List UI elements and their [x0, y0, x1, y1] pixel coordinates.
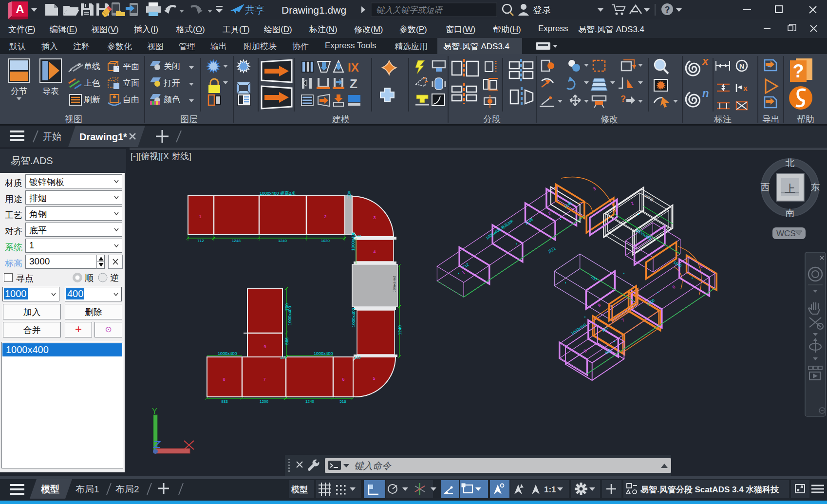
svg-text:布局2: 布局2 — [115, 484, 139, 494]
svg-text:8: 8 — [223, 377, 225, 382]
svg-text:?: ? — [620, 94, 626, 104]
svg-text:5: 5 — [373, 376, 375, 381]
svg-text:共享: 共享 — [245, 4, 264, 15]
svg-text:口: 口 — [347, 195, 351, 199]
svg-text:Drawing1*: Drawing1* — [79, 131, 127, 142]
svg-text:1248: 1248 — [232, 239, 241, 243]
svg-text:易智.风管分段 ScatADS 3.4 水猫科技: 易智.风管分段 ScatADS 3.4 水猫科技 — [640, 485, 779, 494]
svg-text:顺: 顺 — [85, 273, 94, 283]
svg-text:WCS: WCS — [776, 229, 796, 238]
svg-text:打开: 打开 — [163, 78, 180, 88]
svg-text:933: 933 — [221, 399, 228, 404]
svg-text:1000x400 标高2米: 1000x400 标高2米 — [260, 191, 296, 196]
svg-text:视图: 视图 — [65, 114, 82, 124]
svg-text:Z: Z — [350, 76, 357, 91]
svg-text:导表: 导表 — [42, 87, 59, 96]
svg-text:1000x400: 1000x400 — [351, 231, 356, 251]
svg-text:平面: 平面 — [123, 62, 139, 71]
svg-text:[-][俯视][X 射线]: [-][俯视][X 射线] — [131, 151, 191, 161]
svg-text:IX: IX — [348, 61, 359, 74]
svg-text:2: 2 — [324, 214, 326, 219]
svg-text:自由: 自由 — [123, 95, 139, 104]
svg-text:712: 712 — [197, 239, 204, 243]
svg-text:1240: 1240 — [305, 399, 314, 404]
svg-text:刷新: 刷新 — [84, 95, 100, 104]
svg-text:1200: 1200 — [260, 399, 268, 404]
svg-text:516: 516 — [339, 399, 346, 404]
svg-text:标注: 标注 — [714, 114, 732, 124]
svg-text:n: n — [702, 87, 709, 99]
svg-text:分节: 分节 — [11, 87, 27, 96]
svg-text:566: 566 — [284, 337, 289, 345]
svg-text:Y: Y — [152, 407, 157, 415]
svg-text:A: A — [16, 2, 24, 16]
svg-text:x: x — [743, 84, 748, 93]
svg-text:逆: 逆 — [110, 273, 119, 283]
svg-text:键入关键字或短语: 键入关键字或短语 — [376, 5, 443, 15]
svg-text:1000x400: 1000x400 — [351, 308, 356, 327]
svg-text:南: 南 — [786, 208, 795, 218]
svg-text:导出: 导出 — [762, 114, 780, 124]
svg-text:1:1: 1:1 — [544, 485, 556, 494]
svg-text:9: 9 — [263, 344, 266, 349]
svg-text:4: 4 — [373, 249, 376, 254]
svg-text:x: x — [702, 55, 709, 67]
svg-text:关闭: 关闭 — [164, 62, 180, 71]
svg-text:登录: 登录 — [533, 5, 551, 15]
svg-text:布局1: 布局1 — [75, 484, 99, 494]
svg-text:模型: 模型 — [40, 484, 59, 494]
svg-text:键入命令: 键入命令 — [354, 461, 392, 471]
svg-text:开始: 开始 — [43, 131, 61, 142]
svg-text:帮助: 帮助 — [797, 114, 814, 124]
svg-text:1: 1 — [199, 214, 201, 219]
svg-text:西: 西 — [761, 182, 770, 192]
svg-text:1240: 1240 — [397, 325, 402, 335]
svg-text:6: 6 — [342, 377, 344, 382]
svg-text:JSmka-set: JSmka-set — [393, 276, 396, 292]
svg-text:7: 7 — [263, 377, 265, 382]
svg-text:修改: 修改 — [601, 114, 618, 124]
svg-text:100: 100 — [354, 355, 361, 360]
svg-text:Drawing1.dwg: Drawing1.dwg — [282, 4, 346, 16]
svg-text:模型: 模型 — [291, 485, 308, 494]
svg-text:1240: 1240 — [278, 239, 287, 243]
svg-text:1030: 1030 — [321, 239, 330, 243]
svg-text:图层: 图层 — [180, 114, 198, 124]
svg-text:100: 100 — [355, 234, 361, 238]
svg-text:立面: 立面 — [123, 78, 139, 88]
svg-text:单线: 单线 — [84, 62, 100, 71]
svg-text:东: 东 — [811, 182, 820, 192]
svg-text:?: ? — [792, 61, 804, 81]
svg-text:分段: 分段 — [483, 114, 501, 124]
svg-text:建模: 建模 — [332, 114, 350, 124]
svg-text:颜色: 颜色 — [164, 95, 180, 104]
svg-text:上色: 上色 — [84, 78, 100, 88]
svg-text:1000x400: 1000x400 — [287, 306, 292, 325]
svg-text:1000x400: 1000x400 — [314, 351, 333, 356]
svg-text:北: 北 — [786, 158, 795, 168]
svg-text:?: ? — [665, 5, 670, 15]
svg-text:1000x400: 1000x400 — [218, 351, 237, 356]
svg-text:3: 3 — [373, 215, 376, 220]
svg-text:N: N — [739, 62, 744, 70]
